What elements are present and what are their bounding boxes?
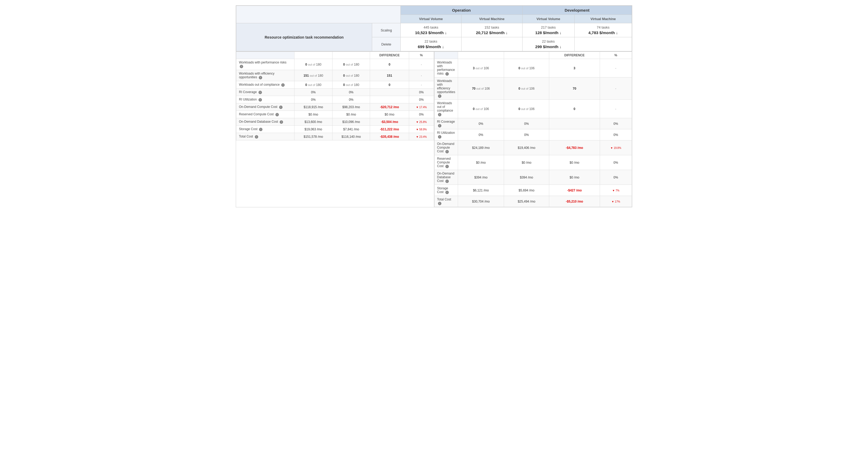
- delete-label: Delete: [372, 37, 400, 51]
- current-cell: 0%: [294, 89, 333, 96]
- info-icon[interactable]: i: [275, 113, 279, 116]
- pct-cell: 0%: [409, 89, 434, 96]
- current-cell: $118,915 /mo: [294, 103, 333, 111]
- row-label: Reserved Compute Cost i: [236, 111, 294, 118]
- difference-cell: 3: [549, 59, 600, 78]
- optimized-cell: $25,494 /mo: [504, 196, 549, 207]
- table-row: RI Coverage i0%0%0%: [434, 118, 632, 129]
- difference-cell: $0 /mo: [549, 155, 600, 170]
- difference-cell: [370, 96, 409, 103]
- dev-vv-scaling-cell: 217 tasks 128 $/month ↓: [522, 23, 575, 37]
- dev-difference-header: DIFFERENCE: [549, 52, 600, 59]
- info-icon[interactable]: i: [438, 94, 441, 98]
- difference-cell: 0: [549, 100, 600, 118]
- row-label: Workloads out of compliance i: [434, 100, 458, 118]
- info-icon[interactable]: i: [438, 135, 441, 139]
- optimized-cell: 0%: [504, 129, 549, 141]
- row-label: RI Coverage i: [236, 89, 294, 96]
- current-cell: 0 out of 106: [458, 100, 504, 118]
- development-metrics: CURRENT OPTIMIZED DIFFERENCE % Workloads…: [434, 52, 632, 207]
- main-row-label: Resource optimization task recommendatio…: [236, 23, 372, 51]
- dev-label-header: [434, 52, 458, 59]
- metrics-section: CURRENT OPTIMIZED DIFFERENCE % Workloads…: [236, 51, 632, 207]
- difference-cell: 151: [370, 70, 409, 81]
- difference-cell: -$5,210 /mo: [549, 196, 600, 207]
- info-icon[interactable]: i: [259, 128, 262, 131]
- info-icon[interactable]: i: [255, 135, 258, 139]
- optimized-cell: $0 /mo: [504, 155, 549, 170]
- op-vm-delete-cell: [462, 37, 522, 51]
- op-difference-header: DIFFERENCE: [370, 52, 409, 59]
- optimized-cell: $19,406 /mo: [504, 141, 549, 155]
- table-row: On-Demand Database Cost i$394 /mo$394 /m…: [434, 170, 632, 185]
- info-icon[interactable]: i: [445, 72, 449, 76]
- optimized-cell: $5,694 /mo: [504, 185, 549, 196]
- current-cell: 70 out of 106: [458, 78, 504, 100]
- info-icon[interactable]: i: [279, 105, 283, 109]
- dev-virtual-machine-header: Virtual Machine: [575, 15, 632, 23]
- info-icon[interactable]: i: [259, 76, 262, 79]
- pct-cell: 0%: [409, 111, 434, 118]
- dev-vv-delete-tasks: 22 tasks: [526, 39, 571, 43]
- development-metrics-table: CURRENT OPTIMIZED DIFFERENCE % Workloads…: [434, 52, 632, 207]
- dev-current-header: CURRENT: [458, 52, 504, 59]
- row-label: Workloads with efficiency opportunities …: [434, 78, 458, 100]
- current-cell: $0 /mo: [458, 155, 504, 170]
- op-virtual-volume-header: Virtual Volume: [400, 15, 461, 23]
- pct-cell: 0%: [409, 96, 434, 103]
- table-row: On-Demand Compute Cost i$24,189 /mo$19,4…: [434, 141, 632, 155]
- pct-cell: ▼ 17.4%: [409, 103, 434, 111]
- info-icon[interactable]: i: [438, 202, 441, 205]
- difference-cell: $0 /mo: [370, 111, 409, 118]
- difference-cell: -$20,712 /mo: [370, 103, 409, 111]
- info-icon[interactable]: i: [445, 150, 449, 153]
- current-cell: $30,704 /mo: [458, 196, 504, 207]
- optimized-cell: 0 out of 106: [504, 100, 549, 118]
- info-icon[interactable]: i: [258, 91, 262, 94]
- pct-cell: ·: [600, 78, 632, 100]
- dev-pct-header: %: [600, 52, 632, 59]
- task-recommendation-table: Operation Development Virtual Volume Vir…: [236, 5, 632, 51]
- op-current-header: CURRENT: [294, 52, 333, 59]
- dev-vv-delete-cell: 22 tasks 299 $/month ↓: [522, 37, 575, 51]
- table-row: Workloads with efficiency opportunities …: [434, 78, 632, 100]
- current-cell: $19,063 /mo: [294, 126, 333, 133]
- difference-cell: [549, 129, 600, 141]
- op-vv-scaling-cost: 10,523 $/month ↓: [404, 30, 458, 35]
- row-label: RI Coverage i: [434, 118, 458, 129]
- table-row: Workloads with performance risks i3 out …: [434, 59, 632, 78]
- info-icon[interactable]: i: [445, 165, 449, 168]
- difference-cell: -$3,504 /mo: [370, 118, 409, 126]
- info-icon[interactable]: i: [445, 180, 449, 183]
- info-icon[interactable]: i: [258, 98, 262, 101]
- info-icon[interactable]: i: [281, 83, 285, 87]
- info-icon[interactable]: i: [240, 65, 243, 68]
- pct-cell: 0%: [600, 155, 632, 170]
- operation-metrics: CURRENT OPTIMIZED DIFFERENCE % Workloads…: [236, 52, 434, 207]
- pct-cell: ·: [409, 70, 434, 81]
- empty-top-left: [236, 6, 401, 23]
- table-row: RI Utilization i0%0%0%: [236, 96, 434, 103]
- current-cell: 0%: [458, 129, 504, 141]
- row-label: On-Demand Compute Cost i: [434, 141, 458, 155]
- optimized-cell: 0 out of 106: [504, 78, 549, 100]
- info-icon[interactable]: i: [445, 191, 449, 194]
- table-row: Total Cost i$30,704 /mo$25,494 /mo-$5,21…: [434, 196, 632, 207]
- table-row: Reserved Compute Cost i$0 /mo$0 /mo$0 /m…: [434, 155, 632, 170]
- op-vm-scaling-cell: 152 tasks 20,712 $/month ↓: [462, 23, 522, 37]
- pct-cell: ▼ 25.8%: [409, 118, 434, 126]
- dev-vm-scaling-tasks: 74 tasks: [578, 25, 628, 29]
- row-label: Reserved Compute Cost i: [434, 155, 458, 170]
- info-icon[interactable]: i: [438, 124, 441, 127]
- current-cell: 0%: [458, 118, 504, 129]
- optimized-cell: 0%: [504, 118, 549, 129]
- optimized-cell: 0 out of 106: [504, 59, 549, 78]
- table-row: On-Demand Compute Cost i$118,915 /mo$98,…: [236, 103, 434, 111]
- dev-vv-scaling-tasks: 217 tasks: [526, 25, 571, 29]
- info-icon[interactable]: i: [438, 113, 441, 116]
- row-label: Total Cost i: [434, 196, 458, 207]
- pct-cell: ▼ 19.8%: [600, 141, 632, 155]
- info-icon[interactable]: i: [280, 120, 283, 124]
- current-cell: $394 /mo: [458, 170, 504, 185]
- optimized-cell: 0%: [332, 96, 370, 103]
